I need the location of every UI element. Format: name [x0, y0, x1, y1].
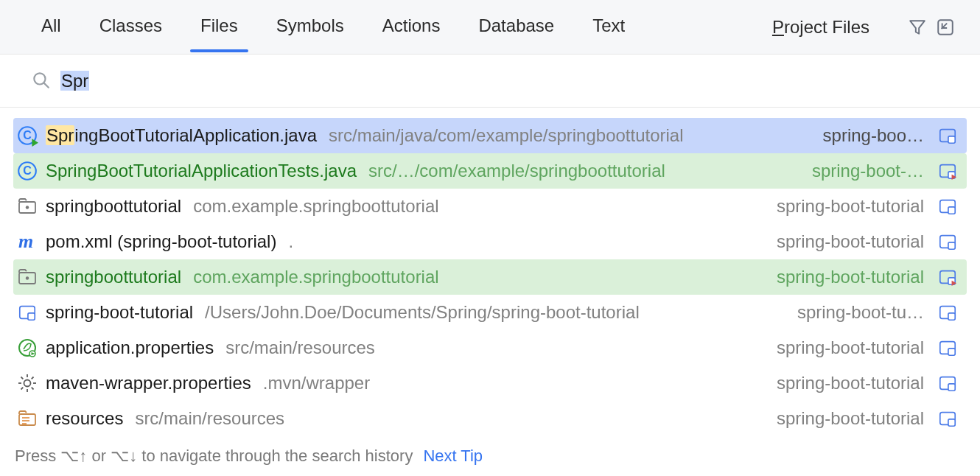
- scope-dropdown[interactable]: Project Files: [772, 17, 889, 38]
- result-path: src/main/resources: [225, 337, 375, 358]
- result-module: spring-boot-tutorial: [777, 196, 924, 217]
- search-everywhere-dialog: All Classes Files Symbols Actions Databa…: [0, 0, 980, 476]
- module-test-icon: [937, 161, 958, 181]
- search-icon: [31, 70, 50, 92]
- module-icon: [16, 301, 38, 323]
- result-row[interactable]: pom.xml (spring-boot-tutorial) . spring-…: [13, 224, 967, 259]
- result-module: spring-boot-tutorial: [777, 267, 924, 287]
- results-list: SpringBootTutorialApplication.java src/m…: [0, 108, 980, 442]
- tab-all[interactable]: All: [22, 2, 80, 52]
- result-name: application.properties: [46, 337, 214, 358]
- module-icon: [937, 302, 958, 323]
- result-path: src/main/resources: [135, 408, 284, 429]
- result-path: .: [288, 231, 293, 252]
- resources-folder-icon: [16, 407, 38, 430]
- filter-button[interactable]: [905, 15, 930, 40]
- result-module: spring-boot-tutorial: [777, 231, 924, 252]
- result-name: springboottutorial: [46, 196, 181, 217]
- package-folder-icon: [16, 195, 38, 217]
- result-path: .mvn/wrapper: [263, 373, 370, 393]
- result-module: spring-boo…: [823, 125, 924, 146]
- module-icon: [937, 125, 958, 146]
- tab-text[interactable]: Text: [573, 2, 644, 52]
- tab-files[interactable]: Files: [181, 2, 257, 52]
- result-row[interactable]: SpringBootTutorialApplicationTests.java …: [13, 153, 967, 189]
- result-row[interactable]: resources src/main/resources spring-boot…: [13, 401, 967, 436]
- tab-database[interactable]: Database: [459, 2, 573, 52]
- result-path: src/main/java/com/example/springboottuto…: [329, 125, 684, 146]
- search-input[interactable]: Spr: [60, 71, 89, 91]
- result-name: spring-boot-tutorial: [46, 302, 193, 323]
- result-row[interactable]: springboottutorial com.example.springboo…: [13, 259, 967, 295]
- result-path: /Users/John.Doe/Documents/Spring/spring-…: [205, 302, 640, 323]
- gear-icon: [16, 372, 38, 394]
- tab-symbols[interactable]: Symbols: [257, 2, 363, 52]
- search-row: Spr: [0, 55, 980, 108]
- result-name: SpringBootTutorialApplicationTests.java: [46, 161, 357, 181]
- tab-classes[interactable]: Classes: [80, 2, 181, 52]
- result-row[interactable]: application.properties src/main/resource…: [13, 330, 967, 365]
- result-module: spring-boot-tutorial: [777, 373, 924, 393]
- module-icon: [937, 231, 958, 252]
- chevron-down-icon: [874, 17, 889, 38]
- search-tabs: All Classes Files Symbols Actions Databa…: [0, 0, 980, 55]
- module-icon: [937, 408, 958, 429]
- result-name: SpringBootTutorialApplication.java: [46, 125, 317, 146]
- class-runnable-icon: [16, 125, 38, 147]
- class-icon: [16, 160, 38, 182]
- maven-icon: [16, 231, 38, 253]
- package-folder-icon: [16, 266, 38, 288]
- result-path: com.example.springboottutorial: [193, 267, 439, 287]
- result-path: src/…/com/example/springboottutorial: [368, 161, 665, 181]
- result-path: com.example.springboottutorial: [193, 196, 439, 217]
- result-module: spring-boot-tu…: [797, 302, 924, 323]
- result-row[interactable]: springboottutorial com.example.springboo…: [13, 189, 967, 224]
- tab-actions[interactable]: Actions: [363, 2, 460, 52]
- spring-icon: [16, 337, 38, 359]
- result-module: spring-boot-tutorial: [777, 337, 924, 358]
- module-icon: [937, 337, 958, 358]
- result-name: resources: [46, 408, 123, 429]
- result-row[interactable]: SpringBootTutorialApplication.java src/m…: [13, 118, 967, 153]
- footer-hint: Press ⌥↑ or ⌥↓ to navigate through the s…: [0, 442, 980, 476]
- module-test-icon: [937, 267, 958, 287]
- result-name: springboottutorial: [46, 267, 181, 287]
- module-icon: [937, 373, 958, 393]
- result-module: spring-boot-tutorial: [777, 408, 924, 429]
- result-row[interactable]: maven-wrapper.properties .mvn/wrapper sp…: [13, 365, 967, 401]
- next-tip-link[interactable]: Next Tip: [423, 447, 483, 466]
- open-in-tool-window-button[interactable]: [933, 15, 958, 40]
- result-name: maven-wrapper.properties: [46, 373, 251, 393]
- result-row[interactable]: spring-boot-tutorial /Users/John.Doe/Doc…: [13, 295, 967, 330]
- module-icon: [937, 196, 958, 217]
- result-name: pom.xml (spring-boot-tutorial): [46, 231, 276, 252]
- result-module: spring-boot-…: [812, 161, 924, 181]
